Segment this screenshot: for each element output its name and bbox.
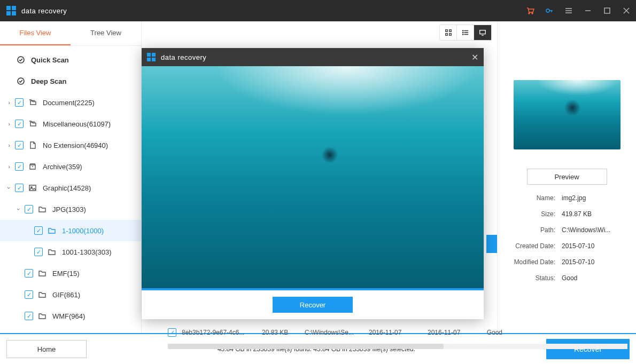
value-modified: 2015-07-10 bbox=[562, 258, 625, 266]
details-panel: Preview Name:img2.jpg Size:419.87 KB Pat… bbox=[497, 21, 636, 333]
document-icon bbox=[28, 98, 37, 107]
cell-size: 20.83 KB bbox=[262, 329, 305, 336]
folder-icon bbox=[47, 247, 57, 257]
checkbox[interactable]: ✓ bbox=[15, 98, 24, 107]
cart-icon[interactable] bbox=[521, 0, 540, 21]
tab-files-view[interactable]: Files View bbox=[0, 21, 71, 45]
selected-row-edge bbox=[486, 235, 497, 253]
close-icon[interactable] bbox=[617, 0, 636, 21]
cell-state: Good bbox=[486, 329, 513, 336]
archive-icon bbox=[28, 162, 37, 171]
label-name: Name: bbox=[508, 194, 562, 202]
file-icon bbox=[28, 140, 37, 150]
cell-created: 2016-11-07 bbox=[369, 329, 428, 336]
tree-jpg-range1[interactable]: ✓ 1-1000(1000) bbox=[0, 220, 141, 241]
preview-dialog: data recovery ✕ Recover bbox=[142, 48, 484, 319]
label-modified: Modified Date: bbox=[508, 258, 562, 266]
checkbox[interactable]: ✓ bbox=[15, 141, 24, 149]
table-row[interactable]: ✓ 8eb3b172-9e67-4c6... 20.83 KB C:\Windo… bbox=[168, 325, 627, 341]
checkbox[interactable]: ✓ bbox=[15, 184, 24, 192]
target-icon bbox=[16, 76, 26, 86]
value-status: Good bbox=[562, 274, 625, 282]
tree-archive[interactable]: › ✓ Archive(359) bbox=[0, 156, 141, 177]
label-status: Status: bbox=[508, 274, 562, 282]
app-logo-icon bbox=[147, 53, 156, 61]
checkbox[interactable]: ✓ bbox=[34, 226, 43, 235]
app-title: data recovery bbox=[21, 7, 67, 15]
label-size: Size: bbox=[508, 210, 562, 218]
checkbox[interactable]: ✓ bbox=[15, 120, 24, 128]
preview-button[interactable]: Preview bbox=[527, 169, 607, 185]
view-preview-icon[interactable] bbox=[474, 25, 491, 40]
folder-icon bbox=[37, 268, 47, 278]
checkbox[interactable]: ✓ bbox=[25, 205, 33, 213]
value-size: 419.87 KB bbox=[562, 210, 625, 218]
folder-icon bbox=[37, 204, 47, 214]
tree-jpg-range2[interactable]: ✓ 1001-1303(303) bbox=[0, 241, 141, 263]
horizontal-scrollbar[interactable] bbox=[168, 344, 627, 349]
value-name: img2.jpg bbox=[562, 194, 625, 202]
folder-icon bbox=[47, 226, 57, 235]
tree-graphic[interactable]: › ✓ Graphic(14528) bbox=[0, 177, 141, 199]
tree-gif[interactable]: ✓ GIF(861) bbox=[0, 284, 141, 305]
view-mode-bar bbox=[439, 25, 492, 41]
cell-path: C:\Windows\Se... bbox=[305, 329, 369, 336]
graphic-icon bbox=[28, 183, 37, 193]
preview-image bbox=[142, 66, 484, 288]
sidebar: Files View Tree View Quick Scan Deep Sca… bbox=[0, 21, 142, 333]
target-icon bbox=[16, 55, 26, 65]
tree-wmf[interactable]: ✓ WMF(964) bbox=[0, 305, 141, 327]
quick-scan[interactable]: Quick Scan bbox=[0, 49, 141, 70]
view-grid-icon[interactable] bbox=[440, 25, 457, 40]
checkbox[interactable]: ✓ bbox=[25, 312, 33, 320]
tree-misc[interactable]: › ✓ Miscellaneous(61097) bbox=[0, 113, 141, 134]
value-created: 2015-07-10 bbox=[562, 242, 625, 250]
folder-icon bbox=[37, 290, 47, 299]
menu-icon[interactable] bbox=[559, 0, 578, 21]
chevron-right-icon[interactable]: › bbox=[4, 99, 14, 106]
home-button[interactable]: Home bbox=[6, 340, 87, 358]
recover-button[interactable]: Recover bbox=[546, 339, 630, 359]
value-path: C:\Windows\Wi... bbox=[562, 226, 625, 234]
checkbox[interactable]: ✓ bbox=[15, 162, 24, 171]
chevron-down-icon[interactable]: › bbox=[15, 204, 22, 214]
folder-icon bbox=[37, 311, 47, 321]
chevron-down-icon[interactable]: › bbox=[6, 183, 12, 193]
tree-emf[interactable]: ✓ EMF(15) bbox=[0, 263, 141, 284]
tree-document[interactable]: › ✓ Document(2225) bbox=[0, 92, 141, 113]
key-icon[interactable] bbox=[540, 0, 559, 21]
checkbox[interactable]: ✓ bbox=[25, 290, 33, 299]
app-logo-icon bbox=[6, 6, 16, 15]
misc-icon bbox=[28, 119, 37, 129]
cell-modified: 2016-11-07 bbox=[428, 329, 486, 336]
checkbox[interactable]: ✓ bbox=[34, 248, 43, 256]
title-bar: data recovery bbox=[0, 0, 636, 21]
label-path: Path: bbox=[508, 226, 562, 234]
preview-thumbnail bbox=[514, 80, 621, 149]
checkbox[interactable]: ✓ bbox=[25, 269, 33, 278]
view-list-icon[interactable] bbox=[457, 25, 474, 40]
deep-scan[interactable]: Deep Scan bbox=[0, 70, 141, 92]
chevron-right-icon[interactable]: › bbox=[4, 142, 14, 148]
dialog-recover-button[interactable]: Recover bbox=[273, 297, 353, 313]
chevron-right-icon[interactable]: › bbox=[4, 121, 14, 127]
minimize-icon[interactable] bbox=[578, 0, 598, 21]
cell-name: 8eb3b172-9e67-4c6... bbox=[182, 329, 262, 336]
tab-tree-view[interactable]: Tree View bbox=[71, 21, 141, 45]
dialog-close-icon[interactable]: ✕ bbox=[471, 52, 478, 62]
checkbox[interactable]: ✓ bbox=[168, 328, 176, 337]
tree-jpg[interactable]: › ✓ JPG(1303) bbox=[0, 199, 141, 220]
maximize-icon[interactable] bbox=[598, 0, 617, 21]
tree-noext[interactable]: › ✓ No Extension(46940) bbox=[0, 134, 141, 156]
label-created: Created Date: bbox=[508, 242, 562, 250]
dialog-title: data recovery bbox=[161, 53, 206, 61]
chevron-right-icon[interactable]: › bbox=[4, 163, 14, 170]
